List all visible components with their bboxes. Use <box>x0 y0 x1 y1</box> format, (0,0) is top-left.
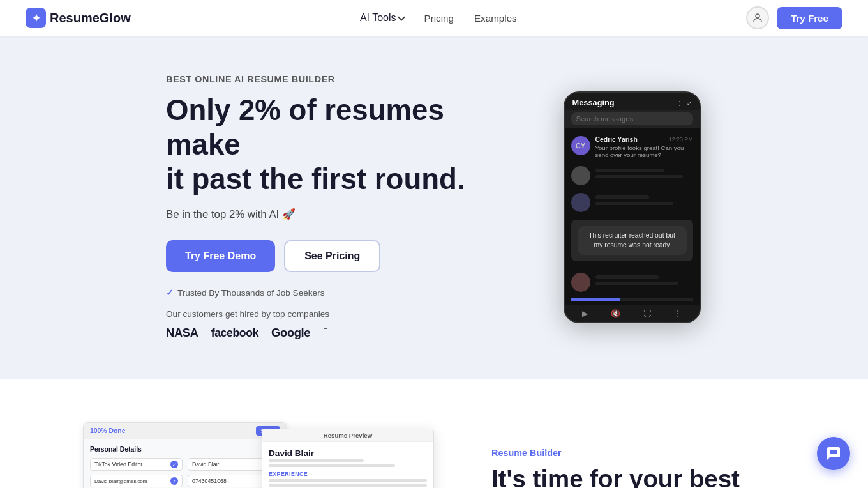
section-resume-text: Resume Builder It's time for your best r… <box>491 422 785 488</box>
resume-previews: 100% Done Save Personal Details TikTok V… <box>83 422 453 488</box>
hero-section: Best Online AI Resume Builder Only 2% of… <box>0 36 868 379</box>
phone-search <box>565 110 700 128</box>
nav-pricing-link[interactable]: Pricing <box>424 13 454 24</box>
chevron-down-icon <box>398 13 405 20</box>
form-field-job[interactable]: TikTok Video Editor <box>90 458 183 471</box>
companies-label: Our customers get hired by top companies <box>166 309 523 319</box>
resume-builder-section: 100% Done Save Personal Details TikTok V… <box>0 384 868 488</box>
phone-highlight-box: This recruiter reached out but my resume… <box>571 220 693 261</box>
phone-messages: CY Cedric Yarish 12:23 PM Your profile l… <box>565 128 700 220</box>
hero-subtitle: Best Online AI Resume Builder <box>166 74 523 84</box>
contact-avatar: CY <box>571 136 590 155</box>
section-headline: It's time for your best resume yet. <box>491 464 785 488</box>
hero-headline: Only 2% of resumes make it past the firs… <box>166 93 523 196</box>
see-pricing-button[interactable]: See Pricing <box>284 240 380 272</box>
field-check-job <box>170 461 178 468</box>
phone-controls: ▶ 🔇 ⛶ ⋮ <box>565 305 700 322</box>
phone-more-messages <box>565 266 700 298</box>
resume-preview-container: 100% Done Save Personal Details TikTok V… <box>83 422 453 488</box>
phone-message-item: CY Cedric Yarish 12:23 PM Your profile l… <box>565 132 700 162</box>
phone-app-title: Messaging <box>572 98 615 107</box>
chat-bubble[interactable] <box>817 437 850 470</box>
hero-tagline: Be in the top 2% with AI 🚀 <box>166 208 523 221</box>
blur-avatar-3 <box>571 273 590 292</box>
message-text: Your profile looks great! Can you send o… <box>595 144 693 158</box>
resume-doc-preview: Resume Preview David Blair Experience <box>262 429 434 488</box>
user-icon[interactable] <box>746 6 769 29</box>
try-free-button[interactable]: Try Free <box>777 7 842 29</box>
section-label: Resume Builder <box>491 448 785 458</box>
form-progress-text: 100% Done <box>90 427 125 434</box>
contact-name: Cedric Yarish <box>595 136 638 143</box>
phone-expand-icon: ⤢ <box>687 99 692 107</box>
nav-links: AI Tools Pricing Examples <box>360 12 517 24</box>
hero-headline-line1: Only 2% of resumes make <box>166 94 444 161</box>
doc-top-bar: Resume Preview <box>262 429 433 442</box>
phone-top-bar: Messaging ⋮ ⤢ <box>565 93 700 110</box>
apple-logo:  <box>323 325 328 340</box>
phone-progress-bar-container <box>571 298 693 301</box>
nav-examples-link[interactable]: Examples <box>474 13 517 24</box>
navbar: ✦ ResumeGlow AI Tools Pricing Examples T… <box>0 0 868 36</box>
blur-avatar-1 <box>571 166 590 185</box>
highlight-bubble: This recruiter reached out but my resume… <box>578 226 687 255</box>
form-body: Personal Details TikTok Video Editor Dav… <box>84 439 287 488</box>
try-free-demo-button[interactable]: Try Free Demo <box>166 240 275 272</box>
phone-progress-bar <box>571 298 620 301</box>
field-check-email <box>170 477 178 485</box>
phone-search-input[interactable] <box>571 112 693 125</box>
phone-blur-contact-1 <box>565 162 700 189</box>
form-row-1: TikTok Video Editor David Blair <box>90 458 280 471</box>
form-row-2: David.blair@gmail.com 07430451068 <box>90 475 280 487</box>
doc-body: David Blair Experience Education <box>262 442 433 488</box>
google-logo: Google <box>271 326 310 340</box>
doc-candidate-name: David Blair <box>269 448 427 458</box>
message-content: Cedric Yarish 12:23 PM Your profile look… <box>595 136 693 158</box>
company-logos: NASA facebook Google  <box>166 325 523 340</box>
form-field-email[interactable]: David.blair@gmail.com <box>90 475 183 487</box>
facebook-logo: facebook <box>211 326 258 340</box>
form-top-bar: 100% Done Save <box>84 423 287 439</box>
doc-line <box>269 464 395 467</box>
phone-blur-contact-2 <box>565 189 700 216</box>
svg-point-0 <box>756 14 760 18</box>
phone-fullscreen-icon[interactable]: ⛶ <box>643 309 651 318</box>
phone-mute-icon[interactable]: 🔇 <box>611 309 620 318</box>
logo-icon: ✦ <box>26 8 46 28</box>
section-divider <box>0 379 868 384</box>
hero-btn-group: Try Free Demo See Pricing <box>166 240 523 272</box>
doc-section-experience: Experience <box>269 471 427 477</box>
phone-menu-icon: ⋮ <box>677 99 683 107</box>
message-time: 12:23 PM <box>669 136 693 143</box>
highlight-text: This recruiter reached out but my resume… <box>584 231 680 250</box>
doc-line <box>269 459 364 462</box>
resume-form-preview: 100% Done Save Personal Details TikTok V… <box>83 422 287 488</box>
hero-phone-mockup: Messaging ⋮ ⤢ CY Cedric Yarish 12:23 PM <box>562 91 702 323</box>
phone-device: Messaging ⋮ ⤢ CY Cedric Yarish 12:23 PM <box>564 91 701 323</box>
nasa-logo: NASA <box>166 326 198 340</box>
section-headline-line1: It's time for your best <box>491 465 740 488</box>
doc-line <box>269 479 427 482</box>
logo[interactable]: ✦ ResumeGlow <box>26 8 131 28</box>
hero-left: Best Online AI Resume Builder Only 2% of… <box>166 74 523 340</box>
hero-headline-line2: it past the first round. <box>166 163 465 195</box>
phone-blur-contact-3 <box>565 269 700 296</box>
phone-play-icon[interactable]: ▶ <box>582 309 588 318</box>
phone-icons: ⋮ ⤢ <box>677 99 692 107</box>
chat-icon <box>826 446 841 461</box>
blur-avatar-2 <box>571 193 590 212</box>
doc-lines-experience <box>269 479 427 488</box>
nav-actions: Try Free <box>746 6 842 29</box>
form-section-title: Personal Details <box>90 446 280 453</box>
doc-line <box>269 484 427 487</box>
logo-text: ResumeGlow <box>50 11 131 26</box>
check-icon: ✓ <box>166 287 174 298</box>
doc-lines-intro <box>269 459 427 467</box>
phone-more-icon[interactable]: ⋮ <box>674 309 682 318</box>
nav-ai-tools[interactable]: AI Tools <box>360 12 404 24</box>
hero-trust: ✓ Trusted By Thousands of Job Seekers <box>166 287 523 298</box>
